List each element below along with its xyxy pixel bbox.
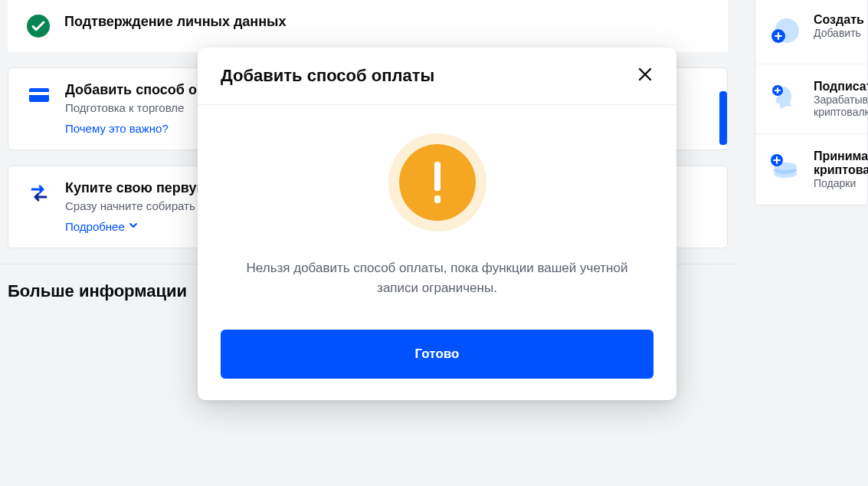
sidebar-item-sub: Добавить (814, 27, 864, 39)
sidebar-item-create[interactable]: Создать Добавить (755, 0, 867, 64)
close-icon (637, 66, 653, 83)
sidebar-item-title: Принимать криптовалюту (814, 149, 868, 177)
modal-title: Добавить способ оплаты (221, 66, 434, 86)
swap-icon (27, 180, 51, 205)
close-button[interactable] (637, 66, 653, 86)
modal-message: Нельзя добавить способ оплаты, пока функ… (246, 258, 629, 299)
globe-plus-icon (766, 13, 801, 48)
step-buy-link[interactable]: Подробнее (65, 220, 139, 233)
sidebar-item-title: Создать (814, 13, 864, 27)
sidebar-item-sub: Подарки (814, 177, 868, 189)
check-circle-icon (26, 14, 51, 38)
sidebar-box: Создать Добавить Подписаться Зарабатывай… (755, 0, 868, 205)
head-plus-icon (766, 80, 801, 115)
done-button-label: Готово (415, 346, 460, 361)
sidebar: Создать Добавить Подписаться Зарабатывай… (755, 0, 868, 486)
modal-body: Нельзя добавить способ оплаты, пока функ… (198, 105, 676, 400)
step-payment-link-label: Почему это важно? (65, 122, 169, 135)
sidebar-item-subscribe[interactable]: Подписаться Зарабатывайте криптовалюту (755, 64, 867, 134)
add-payment-modal: Добавить способ оплаты Нельзя добавить с… (198, 48, 676, 400)
chevron-down-icon (128, 220, 139, 233)
modal-header: Добавить способ оплаты (198, 48, 676, 105)
sidebar-item-title: Подписаться (814, 80, 868, 94)
coins-plus-icon (766, 149, 801, 185)
svg-rect-14 (434, 195, 441, 203)
sidebar-item-receive[interactable]: Принимать криптовалюту Подарки (755, 134, 867, 205)
primary-action-edge (719, 91, 727, 145)
svg-rect-2 (29, 92, 49, 95)
step-verify-card: Подтверждение личных данных (8, 0, 728, 52)
svg-rect-13 (434, 162, 441, 191)
step-payment-link[interactable]: Почему это важно? (65, 122, 169, 135)
card-icon (27, 82, 51, 107)
step-verify-title: Подтверждение личных данных (64, 14, 709, 30)
step-buy-link-label: Подробнее (65, 220, 125, 233)
done-button[interactable]: Готово (221, 330, 653, 379)
sidebar-item-sub: Зарабатывайте криптовалюту (814, 94, 868, 118)
warning-icon (221, 133, 653, 232)
